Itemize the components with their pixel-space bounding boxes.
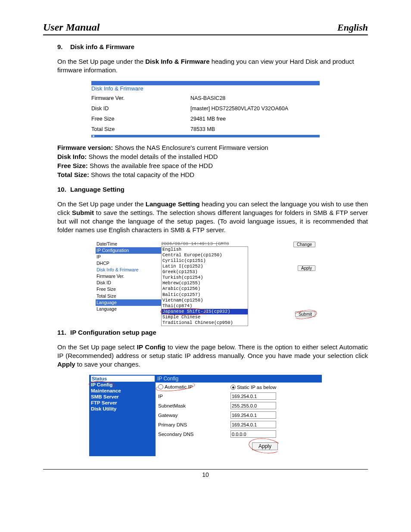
section-number: 9.: [57, 43, 70, 50]
ip-input[interactable]: 169.254.0.1: [230, 392, 276, 400]
desc-text: Shows the available free space of the HD…: [88, 162, 213, 169]
ip-label: IP: [96, 254, 162, 260]
panel-title: Disk Info & Frimware: [91, 85, 320, 92]
ipconfig-header: IP Configuration: [96, 247, 162, 254]
static-ip-label: Static IP as below: [237, 385, 276, 390]
language-option[interactable]: Baltic(cp1257): [162, 292, 248, 298]
firmware-row: Firmware Ver. NAS-BASIC28: [91, 93, 320, 104]
freesize-value: 29481 MB free: [190, 116, 226, 122]
section-number: 11.: [57, 329, 70, 336]
panel-header-bar: [91, 81, 320, 85]
language-option[interactable]: Turkish(cp1254): [162, 275, 248, 280]
language-option[interactable]: Latin I(cp1252): [162, 264, 248, 269]
language-option[interactable]: Arabic(cp1256): [162, 286, 248, 292]
totalsize-row: Total Size 78533 MB: [91, 124, 320, 135]
secondary-dns-input[interactable]: 0.0.0.0: [230, 430, 276, 438]
language-option[interactable]: Thai(cp874): [162, 303, 248, 309]
text: On the Set Up page under the: [57, 200, 146, 208]
text-bold: Disk Info & Firmware: [145, 58, 209, 65]
main-panel: IP Config Automatic IP Static IP as belo…: [156, 375, 322, 456]
radio-icon: [158, 384, 163, 389]
language-option[interactable]: Hebrew(cp1255): [162, 280, 248, 286]
radio-icon: [230, 385, 236, 390]
language-option-selected[interactable]: Japanese Shift-JIS(cp932): [162, 309, 248, 314]
main-title: IP Config: [156, 375, 322, 383]
change-button[interactable]: Change: [293, 242, 315, 247]
sidebar: Status IP Config Maintenance SMB Server …: [89, 375, 156, 456]
gateway-label: Gateway: [158, 413, 230, 418]
language-setting-panel: Date/Time IP Configuration IP DHCP Disk …: [96, 241, 315, 322]
datetime-label: Date/Time: [96, 241, 162, 247]
language-option[interactable]: Cyrillic(cp1251): [162, 258, 248, 264]
firmware-label: Firmware Ver.: [96, 273, 162, 280]
sidebar-item-smb[interactable]: SMB Server: [91, 394, 156, 400]
sidebar-label: IP Config: [91, 382, 112, 387]
manual-language: English: [337, 22, 368, 33]
language-option[interactable]: Vietnam(cp1258): [162, 298, 248, 303]
desc-label: Disk Info:: [57, 153, 87, 160]
text: to save the settings. The selection show…: [57, 209, 368, 234]
automatic-ip-label: Automatic IP: [165, 384, 193, 389]
subnet-input[interactable]: 255.255.0.0: [230, 402, 276, 409]
panel-footer-bar: [91, 135, 320, 137]
annotation-circle: [248, 437, 282, 455]
language-option[interactable]: Central Europe(cp1250): [162, 252, 248, 258]
diskid-label: Disk ID: [96, 280, 162, 286]
dhcp-label: DHCP: [96, 260, 162, 267]
text: On the Set Up page under the: [57, 58, 145, 65]
secondary-dns-label: Secondary DNS: [158, 432, 230, 437]
freesize-label: Free Size: [96, 286, 162, 292]
footer-divider: [43, 469, 368, 470]
primary-dns-input[interactable]: 169.254.0.1: [230, 421, 276, 428]
submit-button[interactable]: Submit: [295, 311, 315, 317]
manual-title: User Manual: [43, 22, 100, 33]
diskinfo-header: Disk Info & Frimware: [96, 267, 162, 273]
section-9-paragraph: On the Set Up page under the Disk Info &…: [57, 57, 368, 75]
ip-config-panel: Status IP Config Maintenance SMB Server …: [89, 375, 322, 456]
apply-button[interactable]: Apply: [298, 265, 315, 271]
diskid-row: Disk ID [master] HDS722580VLAT20 V32OA60…: [91, 104, 320, 114]
static-ip-radio[interactable]: Static IP as below: [230, 385, 276, 390]
field-descriptions: Firmware version: Shows the NAS Enclosur…: [57, 143, 368, 180]
sidebar-item-ipconfig[interactable]: IP Config: [91, 382, 156, 388]
page-header: User Manual English: [43, 22, 368, 35]
desc-label: Firmware version:: [57, 144, 113, 151]
text-bold: Apply: [57, 361, 75, 368]
desc-text: Shows the total capacity of the HDD: [89, 171, 194, 178]
language-header: Language: [96, 299, 162, 306]
firmware-value: NAS-BASIC28: [190, 95, 225, 101]
ip-label: IP: [158, 394, 230, 399]
section-11-paragraph: On the Set Up page select IP Config to v…: [57, 343, 368, 369]
section-10-heading: 10. Language Setting: [57, 186, 368, 193]
sidebar-item-disk[interactable]: Disk Utility: [91, 406, 156, 412]
diskid-label: Disk ID: [91, 106, 190, 112]
language-option[interactable]: Greek(cp1253): [162, 269, 248, 275]
automatic-ip-radio[interactable]: Automatic IP: [158, 384, 193, 389]
primary-dns-label: Primary DNS: [158, 422, 230, 427]
section-title: IP Configuration setup page: [70, 329, 156, 336]
freesize-label: Free Size: [91, 116, 190, 122]
text-bold: Submit: [72, 209, 94, 216]
section-11-heading: 11. IP Configuration setup page: [57, 329, 368, 336]
language-option[interactable]: English: [162, 247, 248, 252]
page-number: 10: [43, 471, 368, 478]
language-dropdown-list[interactable]: English Central Europe(cp1250) Cyrillic(…: [161, 246, 248, 327]
language-label: Language: [96, 306, 162, 312]
language-option[interactable]: Traditional Chinese(cp950): [162, 320, 248, 326]
gateway-input[interactable]: 169.254.0.1: [230, 411, 276, 419]
sidebar-item-ftp[interactable]: FTP Server: [91, 400, 156, 406]
text: On the Set Up page select: [57, 343, 137, 351]
sidebar-item-maintenance[interactable]: Maintenance: [91, 388, 156, 394]
totalsize-value: 78533 MB: [190, 126, 215, 132]
desc-text: Shows the model details of the installed…: [87, 153, 218, 160]
section-title: Language Setting: [70, 186, 125, 193]
section-9-heading: 9. Disk info & Firmware: [57, 43, 368, 50]
text-bold: IP Config: [137, 343, 165, 351]
language-option[interactable]: Simple Chinese: [162, 314, 248, 320]
desc-label: Free Size:: [57, 162, 88, 169]
section-10-paragraph: On the Set Up page under the Language Se…: [57, 200, 368, 235]
firmware-label: Firmware Ver.: [91, 95, 190, 101]
totalsize-label: Total Size: [91, 126, 190, 132]
disk-info-panel: Disk Info & Frimware Firmware Ver. NAS-B…: [91, 81, 320, 137]
section-number: 10.: [57, 186, 70, 193]
